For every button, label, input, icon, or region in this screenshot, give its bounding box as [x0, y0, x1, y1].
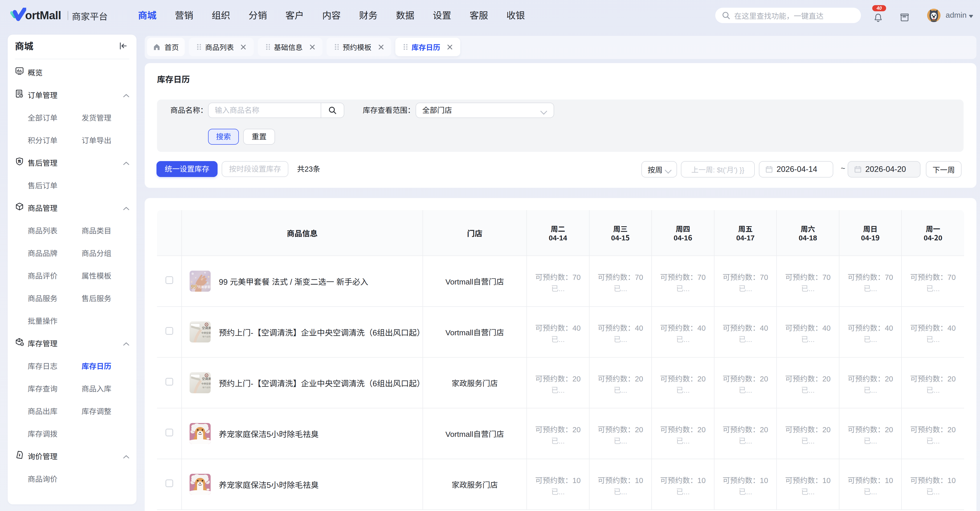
svg-text:空调清洗: 空调清洗	[202, 326, 211, 330]
svg-text:中央空调清洗: 中央空调清洗	[201, 382, 211, 385]
svg-text:每个出风口: 每个出风口	[202, 335, 211, 338]
svg-text:¥: ¥	[18, 452, 21, 458]
svg-text:空调清洗: 空调清洗	[202, 376, 211, 381]
svg-text:售: 售	[18, 159, 21, 164]
svg-text:99: 99	[191, 283, 197, 290]
svg-text:中央空调清洗: 中央空调清洗	[201, 331, 211, 334]
svg-text:元美甲套餐: 元美甲套餐	[198, 285, 211, 289]
svg-text:每个出风口: 每个出风口	[202, 386, 211, 388]
